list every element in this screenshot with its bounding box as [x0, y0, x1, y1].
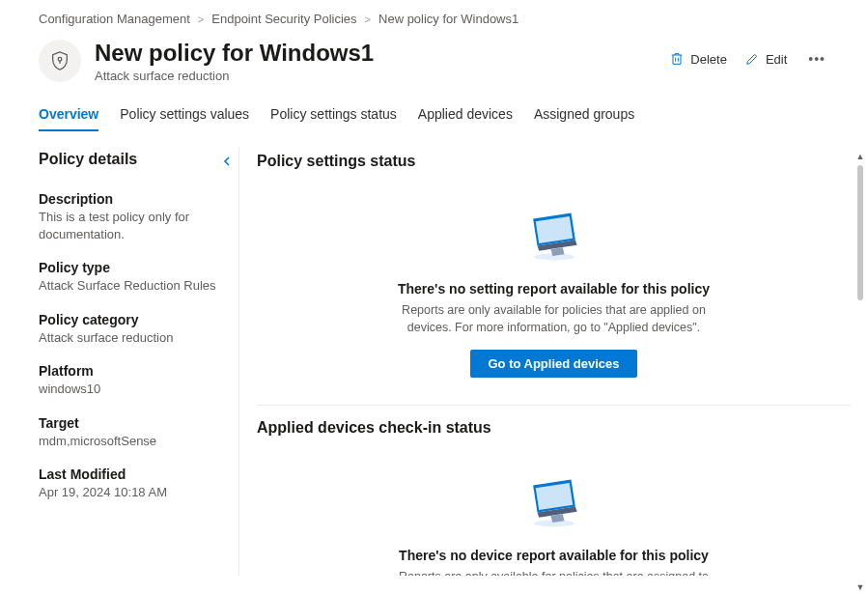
detail-value-last-modified: Apr 19, 2024 10:18 AM — [39, 484, 231, 501]
page-title: New policy for Windows1 — [95, 40, 656, 67]
empty-title-settings: There's no setting report available for … — [295, 281, 812, 297]
detail-value-policy-category: Attack surface reduction — [39, 329, 231, 347]
page-header: New policy for Windows1 Attack surface r… — [0, 36, 868, 100]
pencil-icon — [744, 51, 760, 67]
empty-state-settings: There's no setting report available for … — [257, 178, 851, 395]
detail-label-last-modified: Last Modified — [39, 467, 231, 482]
breadcrumb-item-config[interactable]: Configuration Management — [39, 12, 190, 26]
breadcrumb-item-current: New policy for Windows1 — [378, 12, 518, 26]
monitor-icon — [520, 473, 588, 531]
detail-label-platform: Platform — [39, 363, 231, 379]
tab-applied-devices[interactable]: Applied devices — [418, 100, 513, 131]
tab-bar: Overview Policy settings values Policy s… — [0, 100, 868, 131]
detail-label-target: Target — [39, 415, 231, 431]
section-title-settings-status: Policy settings status — [257, 153, 851, 170]
detail-label-policy-category: Policy category — [39, 312, 231, 327]
go-to-applied-devices-button[interactable]: Go to Applied devices — [470, 350, 636, 378]
chevron-left-icon — [221, 156, 233, 167]
breadcrumb: Configuration Management > Endpoint Secu… — [0, 0, 868, 36]
delete-label: Delete — [690, 52, 727, 67]
policy-shield-icon — [39, 40, 81, 82]
detail-value-platform: windows10 — [39, 381, 231, 398]
sidebar-title: Policy details — [39, 151, 231, 168]
tab-assigned-groups[interactable]: Assigned groups — [534, 100, 634, 131]
section-title-devices-status: Applied devices check-in status — [257, 419, 851, 437]
policy-details-sidebar: Policy details Description This is a tes… — [39, 147, 239, 576]
tab-settings-values[interactable]: Policy settings values — [120, 100, 249, 131]
collapse-sidebar-button[interactable] — [221, 155, 233, 170]
detail-value-policy-type: Attack Surface Reduction Rules — [39, 277, 231, 295]
chevron-right-icon: > — [365, 14, 371, 25]
detail-label-description: Description — [39, 191, 231, 207]
scroll-down-arrow-icon[interactable]: ▼ — [854, 580, 867, 594]
scrollbar[interactable]: ▲ ▼ — [853, 150, 868, 594]
chevron-right-icon: > — [198, 14, 204, 25]
more-actions-button[interactable]: ••• — [804, 47, 829, 71]
empty-title-devices: There's no device report available for t… — [295, 548, 812, 563]
tab-settings-status[interactable]: Policy settings status — [270, 100, 397, 131]
detail-value-description: This is a test policy only for documenta… — [39, 209, 231, 242]
empty-state-devices: There's no device report available for t… — [257, 444, 851, 576]
delete-button[interactable]: Delete — [669, 51, 727, 67]
detail-label-policy-type: Policy type — [39, 260, 231, 275]
edit-label: Edit — [766, 52, 787, 67]
main-content: Policy settings status There's no settin… — [239, 147, 868, 576]
scroll-up-arrow-icon[interactable]: ▲ — [854, 150, 867, 163]
page-subtitle: Attack surface reduction — [95, 69, 656, 83]
edit-button[interactable]: Edit — [744, 51, 787, 67]
tab-overview[interactable]: Overview — [39, 100, 98, 131]
detail-value-target: mdm,microsoftSense — [39, 433, 231, 450]
trash-icon — [669, 51, 685, 67]
monitor-icon — [520, 207, 588, 265]
empty-desc-settings: Reports are only available for policies … — [395, 302, 714, 336]
svg-point-0 — [58, 57, 62, 61]
empty-desc-devices: Reports are only available for policies … — [395, 569, 714, 576]
breadcrumb-item-policies[interactable]: Endpoint Security Policies — [211, 12, 356, 26]
scroll-thumb[interactable] — [857, 165, 863, 300]
